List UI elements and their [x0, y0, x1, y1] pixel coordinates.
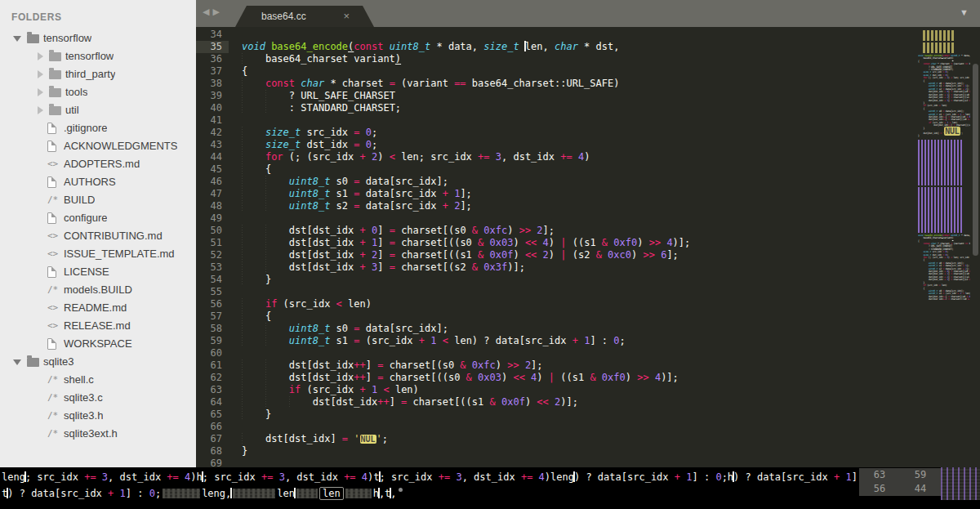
code-line[interactable]: size_t src_idx = 0; [242, 127, 906, 139]
tree-item-workspace[interactable]: WORKSPACE [0, 335, 196, 353]
code-line[interactable] [242, 458, 906, 467]
tree-item-tensorflow[interactable]: tensorflow [0, 47, 196, 65]
line-number[interactable]: 59 [196, 335, 229, 347]
code-line[interactable]: size_t dst_idx = 0; [242, 139, 906, 151]
code-line[interactable] [242, 286, 906, 298]
line-number[interactable]: 37 [196, 65, 229, 78]
tree-item--gitignore[interactable]: .gitignore [0, 119, 196, 137]
tree-item-tools[interactable]: tools [0, 83, 196, 101]
line-number[interactable]: 54 [196, 274, 229, 286]
code-line[interactable]: dst[dst_idx++] = charset[((s0 & 0x03) <<… [242, 372, 906, 384]
code-line[interactable]: } [242, 445, 906, 458]
tree-item-configure[interactable]: configure [0, 209, 196, 227]
tab-label[interactable]: base64.cc [261, 6, 306, 27]
line-number[interactable]: 51 [196, 237, 229, 249]
code-line[interactable]: : STANDARD_CHARSET; [242, 102, 906, 114]
line-number[interactable]: 68 [196, 445, 229, 458]
tree-item-acknowledgments[interactable]: ACKNOWLEDGMENTS [0, 137, 196, 155]
code-line[interactable]: ? URL_SAFE_CHARSET [242, 90, 906, 102]
code-area[interactable]: void base64_encode(const uint8_t * data,… [242, 29, 906, 467]
line-number[interactable]: 65 [196, 409, 229, 421]
line-number[interactable]: 66 [196, 421, 229, 433]
code-line[interactable]: uint8_t s1 = (src_idx + 1 < len) ? data[… [242, 335, 906, 347]
code-line[interactable]: dst[dst_idx + 3] = charset[(s2 & 0x3f)]; [242, 261, 906, 274]
line-number[interactable]: 49 [196, 212, 229, 225]
close-icon[interactable]: × [343, 6, 350, 27]
line-number-gutter[interactable]: 3435363738394041424344454647484950515253… [196, 29, 229, 467]
tree-item-release-md[interactable]: <>RELEASE.md [0, 317, 196, 335]
tab-nav-arrows[interactable]: ◀▶ [203, 7, 223, 17]
line-number[interactable]: 34 [196, 29, 229, 41]
line-number[interactable]: 40 [196, 102, 229, 114]
tree-item-readme-md[interactable]: <>README.md [0, 299, 196, 317]
line-number[interactable]: 39 [196, 90, 229, 102]
code-line[interactable]: dst[dst_idx++] = charset[((s1 & 0x0f) <<… [242, 396, 906, 409]
minimap[interactable]: void base64_encode(const uint8_t * data,… [918, 29, 970, 300]
code-line[interactable]: { [242, 163, 906, 176]
tree-item-license[interactable]: LICENSE [0, 263, 196, 281]
expand-triangle-icon[interactable] [38, 70, 43, 78]
code-line[interactable] [242, 347, 906, 359]
vertical-scrollbar[interactable] [973, 64, 978, 256]
tree-item-shell-c[interactable]: /*shell.c [0, 371, 196, 389]
line-number[interactable]: 67 [196, 433, 229, 445]
collapse-triangle-icon[interactable] [13, 36, 21, 42]
tree-item-build[interactable]: /*BUILD [0, 191, 196, 209]
tree-item-tensorflow[interactable]: tensorflow [0, 29, 196, 47]
line-number[interactable]: 62 [196, 372, 229, 384]
expand-triangle-icon[interactable] [38, 88, 43, 96]
code-line[interactable] [242, 29, 906, 41]
code-line[interactable]: void base64_encode(const uint8_t * data,… [242, 41, 906, 53]
line-number[interactable]: 36 [196, 53, 229, 65]
prev-tab-icon[interactable]: ◀ [203, 7, 212, 16]
tree-item-contributing-md[interactable]: <>CONTRIBUTING.md [0, 227, 196, 245]
tab-overflow-icon[interactable]: ▼ [960, 7, 969, 17]
code-line[interactable]: dst[dst_idx + 1] = charset[((s0 & 0x03) … [242, 237, 906, 249]
code-line[interactable]: if (src_idx < len) [242, 298, 906, 310]
code-editor[interactable]: 3435363738394041424344454647484950515253… [196, 27, 980, 467]
line-number[interactable]: 45 [196, 163, 229, 176]
line-number[interactable]: 55 [196, 286, 229, 298]
line-number[interactable]: 48 [196, 200, 229, 212]
tree-item-issue-template-md[interactable]: <>ISSUE_TEMPLATE.md [0, 245, 196, 263]
code-line[interactable]: const char * charset = (variant == base6… [242, 78, 906, 90]
code-line[interactable] [242, 212, 906, 225]
code-line[interactable]: uint8_t s2 = data[src_idx + 2]; [242, 200, 906, 212]
code-line[interactable] [242, 114, 906, 127]
code-line[interactable]: dst[dst_idx++] = charset[(s0 & 0xfc) >> … [242, 359, 906, 372]
tab-base64cc[interactable]: base64.cc × [235, 6, 374, 27]
tree-item-adopters-md[interactable]: <>ADOPTERS.md [0, 155, 196, 173]
line-number[interactable]: 46 [196, 176, 229, 188]
tree-item-sqlite3-c[interactable]: /*sqlite3.c [0, 389, 196, 407]
tree-item-third-party[interactable]: third_party [0, 65, 196, 83]
code-line[interactable]: if (src_idx + 1 < len) [242, 384, 906, 396]
line-number[interactable]: 41 [196, 114, 229, 127]
line-number[interactable]: 58 [196, 323, 229, 335]
line-number[interactable]: 61 [196, 359, 229, 372]
collapse-triangle-icon[interactable] [13, 359, 21, 365]
expand-triangle-icon[interactable] [38, 52, 43, 60]
line-number[interactable]: 57 [196, 310, 229, 323]
line-number[interactable]: 35 [196, 41, 229, 53]
code-line[interactable]: uint8_t s1 = data[src_idx + 1]; [242, 188, 906, 200]
tree-item-util[interactable]: util [0, 101, 196, 119]
code-line[interactable]: dst[dst_idx] = 'NUL'; [242, 433, 906, 445]
tree-item-sqlite3-h[interactable]: /*sqlite3.h [0, 407, 196, 425]
code-line[interactable]: base64_charset variant) [242, 53, 906, 65]
code-line[interactable] [242, 421, 906, 433]
tree-item-sqlite3ext-h[interactable]: /*sqlite3ext.h [0, 425, 196, 443]
code-line[interactable]: { [242, 65, 906, 78]
line-number[interactable]: 50 [196, 225, 229, 237]
code-line[interactable]: for (; (src_idx + 2) < len; src_idx += 3… [242, 151, 906, 163]
code-line[interactable]: dst[dst_idx + 2] = charset[((s1 & 0x0f) … [242, 249, 906, 261]
line-number[interactable]: 69 [196, 458, 229, 467]
tree-item-sqlite3[interactable]: sqlite3 [0, 353, 196, 371]
line-number[interactable]: 43 [196, 139, 229, 151]
next-tab-icon[interactable]: ▶ [212, 7, 222, 16]
line-number[interactable]: 64 [196, 396, 229, 409]
expand-triangle-icon[interactable] [38, 106, 43, 114]
code-line[interactable]: { [242, 310, 906, 323]
code-line[interactable]: } [242, 274, 906, 286]
tree-item-models-build[interactable]: /*models.BUILD [0, 281, 196, 299]
tree-item-authors[interactable]: AUTHORS [0, 173, 196, 191]
